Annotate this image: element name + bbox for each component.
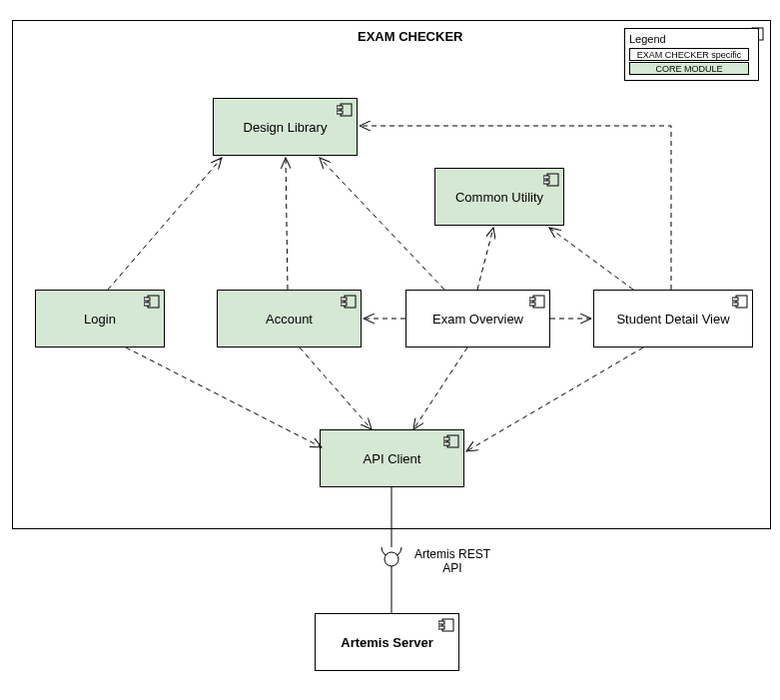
svg-rect-23	[443, 442, 449, 445]
container-title: EXAM CHECKER	[358, 29, 462, 44]
design-library-label: Design Library	[244, 120, 328, 135]
svg-rect-13	[341, 298, 347, 301]
common-utility-label: Common Utility	[455, 190, 543, 205]
api-client-component: API Client	[320, 429, 464, 487]
svg-rect-26	[438, 626, 444, 629]
component-icon	[341, 295, 357, 312]
svg-rect-4	[337, 106, 343, 109]
svg-rect-16	[529, 298, 535, 301]
legend-swatch-specific: EXAM CHECKER specific	[629, 48, 749, 61]
exam-overview-label: Exam Overview	[432, 312, 523, 327]
legend-box: Legend EXAM CHECKER specific CORE MODULE	[624, 28, 759, 81]
legend-swatch-core: CORE MODULE	[629, 62, 749, 75]
exam-overview-component: Exam Overview	[405, 290, 550, 348]
login-component: Login	[35, 290, 165, 348]
account-label: Account	[266, 312, 313, 327]
svg-rect-11	[144, 303, 150, 306]
svg-rect-7	[543, 176, 549, 179]
artemis-server-component: Artemis Server	[315, 613, 459, 671]
api-client-label: API Client	[364, 451, 421, 466]
component-icon	[443, 434, 459, 451]
legend-row-specific: EXAM CHECKER specific	[629, 48, 754, 61]
component-icon	[543, 173, 559, 190]
legend-title: Legend	[629, 33, 754, 45]
design-library-component: Design Library	[213, 98, 358, 156]
svg-rect-10	[144, 298, 150, 301]
legend-row-core: CORE MODULE	[629, 62, 754, 75]
svg-rect-19	[732, 298, 738, 301]
component-icon	[732, 295, 748, 312]
component-icon	[144, 295, 160, 312]
artemis-rest-api-label: Artemis REST API	[407, 547, 497, 576]
student-detail-view-label: Student Detail View	[616, 312, 729, 327]
component-icon	[438, 618, 454, 635]
account-component: Account	[217, 290, 362, 348]
login-label: Login	[84, 312, 116, 327]
svg-rect-14	[341, 303, 347, 306]
svg-rect-8	[543, 181, 549, 184]
svg-rect-25	[438, 621, 444, 624]
svg-point-41	[385, 552, 398, 566]
common-utility-component: Common Utility	[434, 168, 564, 226]
artemis-server-label: Artemis Server	[341, 635, 433, 650]
component-icon	[529, 295, 545, 312]
component-icon	[337, 103, 353, 120]
svg-rect-17	[529, 303, 535, 306]
student-detail-view-component: Student Detail View	[593, 290, 753, 348]
svg-rect-20	[732, 303, 738, 306]
svg-rect-22	[443, 437, 449, 440]
svg-rect-5	[337, 111, 343, 114]
